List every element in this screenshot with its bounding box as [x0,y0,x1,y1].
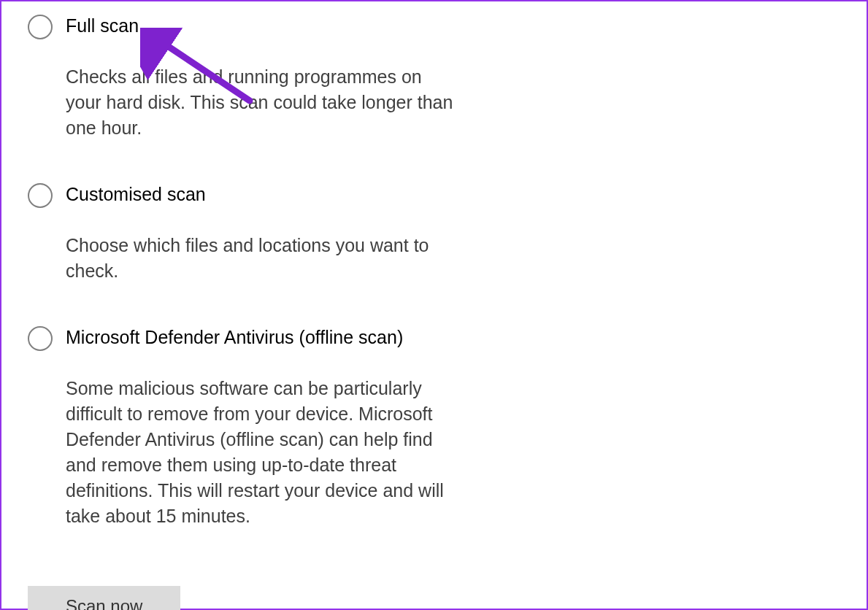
radio-offline-scan[interactable] [28,326,53,351]
option-description-offline-scan: Some malicious software can be particula… [66,376,460,529]
option-description-customised-scan: Choose which files and locations you wan… [66,233,460,284]
option-content-full-scan: Full scan Checks all files and running p… [66,15,460,141]
option-title-full-scan: Full scan [66,15,460,36]
option-description-full-scan: Checks all files and running programmes … [66,64,460,141]
option-content-offline-scan: Microsoft Defender Antivirus (offline sc… [66,326,460,529]
scan-option-customised-scan: Customised scan Choose which files and l… [28,183,840,284]
option-title-offline-scan: Microsoft Defender Antivirus (offline sc… [66,326,460,348]
scan-options-panel: Full scan Checks all files and running p… [0,0,868,610]
option-content-customised-scan: Customised scan Choose which files and l… [66,183,460,284]
scan-option-offline-scan: Microsoft Defender Antivirus (offline sc… [28,326,840,529]
scan-now-button[interactable]: Scan now [28,586,180,610]
option-title-customised-scan: Customised scan [66,183,460,205]
radio-full-scan[interactable] [28,15,53,39]
radio-customised-scan[interactable] [28,183,53,208]
scan-option-full-scan: Full scan Checks all files and running p… [28,15,840,141]
